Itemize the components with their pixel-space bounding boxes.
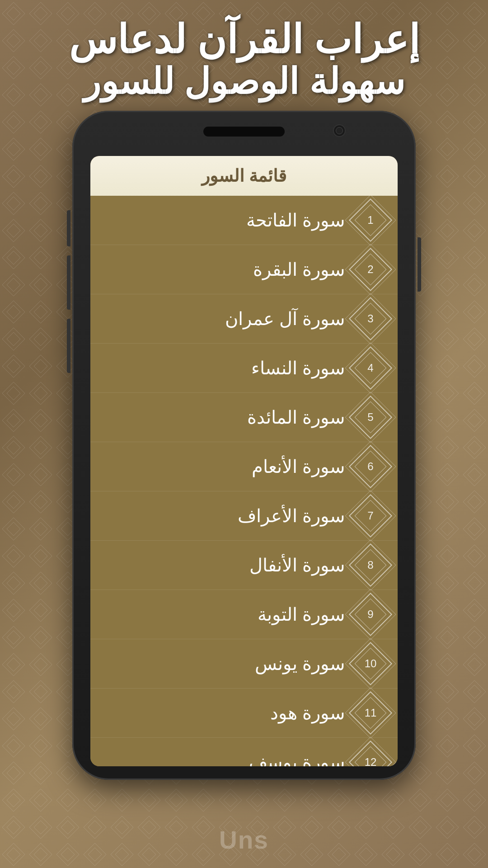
- surah-number: 9: [367, 608, 373, 621]
- surah-name: سورة يونس: [101, 653, 345, 674]
- surah-number: 12: [365, 756, 377, 766]
- surah-name: سورة هود: [101, 703, 345, 723]
- surah-number: 3: [367, 312, 373, 325]
- title-line2: سهولة الوصول للسور: [9, 62, 479, 102]
- list-item[interactable]: 4 سورة النساء: [90, 344, 398, 393]
- surah-list: 1 سورة الفاتحة 2 سورة البقرة 3 سورة آل ع…: [90, 196, 398, 766]
- surah-number: 6: [367, 460, 373, 473]
- number-badge: 10: [354, 647, 387, 680]
- page-wrapper: إعراب القرآن لدعاس سهولة الوصول للسور قا…: [0, 0, 488, 868]
- number-badge: 8: [354, 549, 387, 581]
- surah-number: 8: [367, 559, 373, 571]
- surah-name: سورة النساء: [101, 358, 345, 378]
- list-item[interactable]: 3 سورة آل عمران: [90, 294, 398, 344]
- number-badge: 6: [354, 450, 387, 483]
- number-badge: 7: [354, 500, 387, 532]
- phone-frame: قائمة السور 1 سورة الفاتحة 2 سورة البقرة: [72, 111, 416, 780]
- list-header-title: قائمة السور: [202, 166, 287, 185]
- phone-speaker: [203, 127, 285, 137]
- surah-name: سورة المائدة: [101, 407, 345, 428]
- phone-camera: [333, 124, 346, 137]
- number-badge: 4: [354, 352, 387, 384]
- list-item[interactable]: 6 سورة الأنعام: [90, 442, 398, 491]
- number-badge: 12: [354, 746, 387, 766]
- number-badge: 2: [354, 253, 387, 286]
- number-badge: 5: [354, 401, 387, 434]
- surah-name: سورة الفاتحة: [101, 210, 345, 231]
- surah-name: سورة آل عمران: [101, 308, 345, 329]
- list-item[interactable]: 11 سورة هود: [90, 689, 398, 738]
- number-badge: 11: [354, 697, 387, 729]
- silent-button: [67, 319, 70, 373]
- surah-number: 2: [367, 263, 373, 276]
- surah-name: سورة البقرة: [101, 259, 345, 280]
- list-item[interactable]: 8 سورة الأنفال: [90, 541, 398, 590]
- title-line1: إعراب القرآن لدعاس: [9, 18, 479, 62]
- surah-number: 5: [367, 411, 373, 424]
- surah-name: سورة التوبة: [101, 604, 345, 625]
- phone-top-bar: [72, 111, 416, 156]
- title-area: إعراب القرآن لدعاس سهولة الوصول للسور: [0, 0, 488, 111]
- surah-number: 1: [367, 214, 373, 226]
- list-item[interactable]: 2 سورة البقرة: [90, 245, 398, 294]
- list-item[interactable]: 12 سورة يوسف: [90, 738, 398, 766]
- list-item[interactable]: 5 سورة المائدة: [90, 393, 398, 442]
- list-item[interactable]: 7 سورة الأعراف: [90, 491, 398, 541]
- volume-up-button: [67, 210, 70, 246]
- number-badge: 1: [354, 204, 387, 236]
- power-button: [418, 237, 421, 292]
- surah-number: 10: [365, 657, 377, 670]
- bottom-text: Uns: [0, 826, 488, 854]
- volume-down-button: [67, 255, 70, 310]
- number-badge: 3: [354, 302, 387, 335]
- list-header: قائمة السور: [90, 156, 398, 196]
- number-badge: 9: [354, 598, 387, 631]
- phone-screen: قائمة السور 1 سورة الفاتحة 2 سورة البقرة: [90, 156, 398, 766]
- surah-name: سورة الأنعام: [101, 456, 345, 477]
- surah-name: سورة الأعراف: [101, 505, 345, 526]
- surah-number: 11: [365, 707, 377, 719]
- list-item[interactable]: 9 سورة التوبة: [90, 590, 398, 639]
- surah-name: سورة يوسف: [101, 752, 345, 766]
- list-item[interactable]: 10 سورة يونس: [90, 639, 398, 689]
- list-item[interactable]: 1 سورة الفاتحة: [90, 196, 398, 245]
- surah-name: سورة الأنفال: [101, 555, 345, 576]
- surah-number: 7: [367, 509, 373, 522]
- surah-number: 4: [367, 362, 373, 374]
